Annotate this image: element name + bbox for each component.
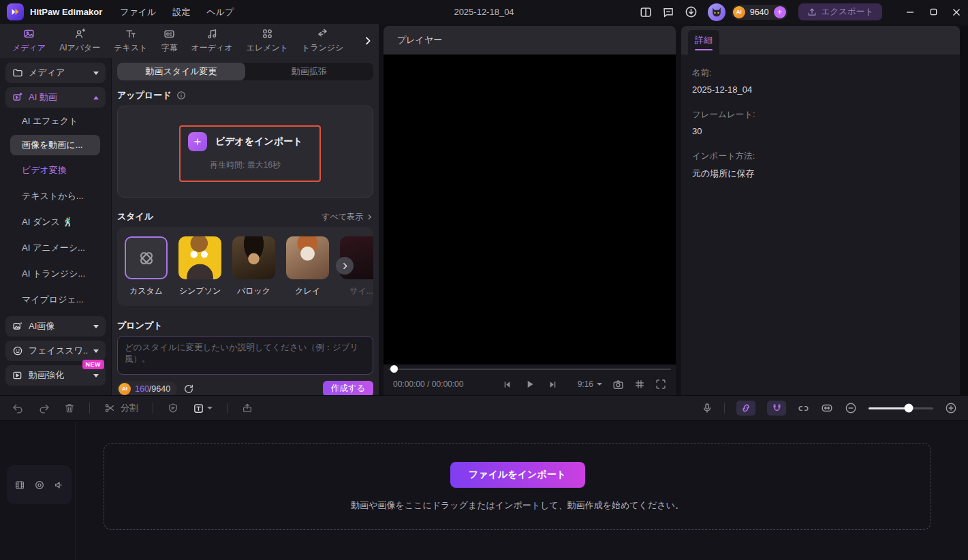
sidebar-item-ai-video[interactable]: AI 動画 xyxy=(5,87,106,108)
sidebar-item-media[interactable]: メディア xyxy=(5,63,106,83)
view-all-link[interactable]: すべて表示 xyxy=(322,211,373,223)
prompt-input[interactable] xyxy=(117,336,373,375)
film-track-icon[interactable] xyxy=(14,480,25,491)
ai-credits-badge[interactable]: AI 9640 + xyxy=(732,5,787,20)
style-card-baroque[interactable]: バロック xyxy=(232,236,275,297)
user-avatar[interactable] xyxy=(708,3,725,21)
marker-button[interactable] xyxy=(168,403,178,414)
export-button[interactable]: エクスポート xyxy=(798,3,882,20)
chevron-up-icon xyxy=(93,96,99,99)
sidebar-item-image-to-video[interactable]: 画像を動画に... xyxy=(10,135,100,155)
maximize-button[interactable] xyxy=(922,0,945,24)
tab-details[interactable]: 詳細 xyxy=(688,30,719,55)
info-icon[interactable] xyxy=(176,91,186,100)
app-title: HitPaw Edimakor xyxy=(30,7,102,17)
tab-audio[interactable]: オーディオ xyxy=(184,28,239,54)
styles-next-button[interactable] xyxy=(336,257,354,275)
sidebar-item-ai-animation[interactable]: AI アニメーシ... xyxy=(0,238,111,258)
sidebar-item-ai-dance[interactable]: AI ダンス 🕺 xyxy=(0,213,111,232)
refresh-icon[interactable] xyxy=(183,384,194,394)
sidebar-item-text-to-video[interactable]: テキストから... xyxy=(0,187,111,206)
tab-ai-avatar[interactable]: AIアバター xyxy=(52,28,107,54)
style-card-clay[interactable]: クレイ xyxy=(286,236,329,297)
detail-field-name: 名前: 2025-12-18_04 xyxy=(692,67,949,95)
import-video-button[interactable]: ビデオをインポート xyxy=(188,132,303,151)
panel-mode-tabs: 動画スタイル変更 動画拡張 xyxy=(117,63,373,80)
fit-timeline-icon[interactable] xyxy=(821,402,833,414)
folder-icon xyxy=(12,67,23,78)
zoom-out-button[interactable] xyxy=(845,402,857,414)
sidebar-item-face-swap[interactable]: フェイススワ... xyxy=(5,341,106,361)
sidebar-item-ai-effects[interactable]: AI エフェクト xyxy=(0,112,111,131)
zoom-in-button[interactable] xyxy=(945,402,957,414)
aspect-ratio-select[interactable]: 9:16 xyxy=(578,379,602,389)
style-card-simpson[interactable]: シンプソン xyxy=(178,236,221,297)
chevron-down-icon xyxy=(93,374,99,377)
sidebar-item-ai-transition[interactable]: AI トランジシ... xyxy=(0,264,111,283)
upload-dropzone[interactable]: ビデオをインポート 再生時間: 最大16秒 xyxy=(117,106,373,198)
ai-coin-icon: AI xyxy=(733,6,745,18)
magnet-snap-toggle[interactable] xyxy=(767,401,786,416)
sidebar-item-my-projects[interactable]: マイプロジェ... xyxy=(0,290,111,309)
next-frame-button[interactable] xyxy=(548,379,558,390)
text-tool-button[interactable] xyxy=(193,403,213,414)
delete-button[interactable] xyxy=(64,403,75,414)
link-clips-toggle[interactable] xyxy=(736,401,755,416)
titlebar-right: AI 9640 + エクスポート xyxy=(640,0,968,24)
video-preview[interactable] xyxy=(384,55,676,364)
fullscreen-icon[interactable] xyxy=(655,379,666,390)
ribbon-more-button[interactable] xyxy=(356,24,376,58)
download-icon[interactable] xyxy=(685,5,698,18)
ai-video-icon xyxy=(12,92,23,103)
redo-button[interactable] xyxy=(38,403,50,414)
timeline-dropzone[interactable]: ファイルをインポート 動画や画像をここにドラッグまたはインポートして、動画作成を… xyxy=(104,443,931,530)
tab-subtitles[interactable]: 字幕 xyxy=(154,28,184,54)
track-visibility-icon[interactable] xyxy=(34,480,45,491)
minimize-button[interactable] xyxy=(899,0,922,24)
tab-elements[interactable]: エレメント xyxy=(240,28,295,54)
elements-icon xyxy=(262,28,273,40)
sidebar-item-video-convert[interactable]: ビデオ変換 xyxy=(0,161,111,180)
menu-file[interactable]: ファイル xyxy=(120,6,156,18)
add-credits-button[interactable]: + xyxy=(774,6,786,18)
chevron-down-icon xyxy=(207,407,213,409)
tab-text[interactable]: テキスト xyxy=(107,28,154,54)
close-button[interactable] xyxy=(945,0,968,24)
tab-transitions[interactable]: トランジシ xyxy=(295,28,350,54)
track-audio-icon[interactable] xyxy=(54,480,65,491)
slider-handle[interactable] xyxy=(904,404,913,413)
time-display: 00:00:00 / 00:00:00 xyxy=(393,379,463,389)
undo-button[interactable] xyxy=(12,403,24,414)
sidebar-item-video-enhance[interactable]: NEW 動画強化 xyxy=(5,365,106,386)
scrollbar-track[interactable] xyxy=(960,26,968,395)
create-button[interactable]: 作成する xyxy=(323,381,373,396)
tab-video-style-change[interactable]: 動画スタイル変更 xyxy=(117,63,245,80)
face-swap-icon xyxy=(12,345,23,356)
feedback-icon[interactable] xyxy=(662,6,674,18)
seek-handle[interactable] xyxy=(390,365,398,373)
style-card-custom[interactable]: カスタム xyxy=(125,236,168,297)
snapshot-icon[interactable] xyxy=(612,379,624,390)
sidebar-item-ai-image[interactable]: AI画像 xyxy=(5,316,106,337)
play-button[interactable] xyxy=(525,379,535,390)
timeline-area: ファイルをインポート 動画や画像をここにドラッグまたはインポートして、動画作成を… xyxy=(0,422,968,560)
grid-icon[interactable] xyxy=(634,379,645,390)
split-button[interactable]: 分割 xyxy=(104,402,138,414)
credits-count: 9640 xyxy=(750,7,769,17)
cc-icon xyxy=(163,28,175,40)
tab-video-expand[interactable]: 動画拡張 xyxy=(245,63,373,80)
menu-settings[interactable]: 設定 xyxy=(172,6,190,18)
layout-icon[interactable] xyxy=(640,6,652,18)
seek-bar[interactable] xyxy=(388,364,671,374)
record-voiceover-icon[interactable] xyxy=(702,403,713,414)
export-clip-button[interactable] xyxy=(242,403,253,414)
import-file-button[interactable]: ファイルをインポート xyxy=(450,462,585,488)
new-badge: NEW xyxy=(82,360,105,369)
unlink-icon[interactable] xyxy=(798,403,809,414)
previous-frame-button[interactable] xyxy=(502,379,512,390)
timeline-zoom-slider[interactable] xyxy=(869,407,933,409)
titlebar: HitPaw Edimakor ファイル 設定 ヘルプ 2025-12-18_0… xyxy=(0,0,968,24)
tab-media[interactable]: メディア xyxy=(5,28,52,54)
menu-help[interactable]: ヘルプ xyxy=(206,6,234,18)
seek-track[interactable] xyxy=(388,369,671,370)
